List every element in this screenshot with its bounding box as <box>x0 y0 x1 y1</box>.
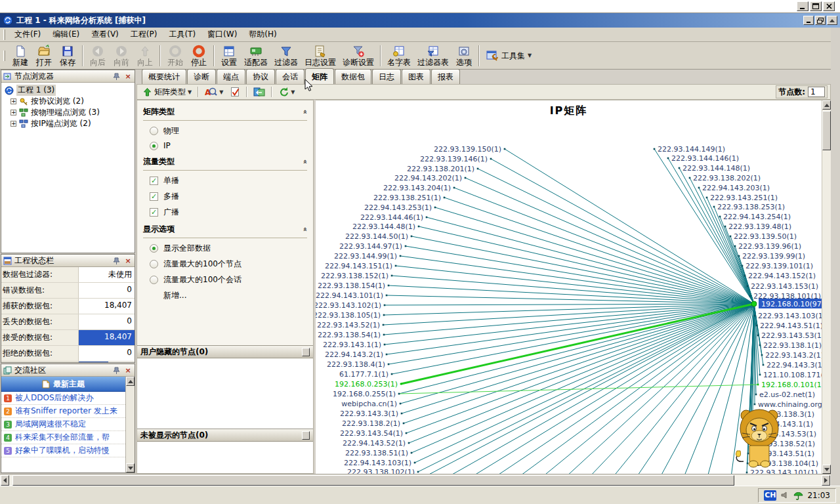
tab-协议[interactable]: 协议 <box>246 69 275 84</box>
toolbar-button-settings-table[interactable]: 设置 <box>217 43 241 68</box>
tab-概要统计[interactable]: 概要统计 <box>142 69 186 84</box>
matrix-node-label[interactable]: 222.94.143.101(1) <box>316 291 383 300</box>
matrix-node-label[interactable]: 192.168.0.255(1) <box>333 390 396 398</box>
matrix-node-label[interactable]: 222.93.144.146(1) <box>671 154 739 163</box>
radio-option[interactable]: 物理 <box>150 125 306 136</box>
toolbar-button-new-doc[interactable]: 新建 <box>9 43 32 68</box>
menu-item[interactable]: 编辑(E) <box>47 27 85 42</box>
matrix-node-label[interactable]: 222.94.143.152(1) <box>748 272 816 280</box>
menubar-grip[interactable] <box>3 30 5 40</box>
matrix-node-label[interactable]: 222.93.139.150(1) <box>434 145 501 154</box>
matrix-node-label[interactable]: 222.93.143.153(1) <box>751 282 818 291</box>
topic-link[interactable]: 3局域网网速很不稳定 <box>1 418 125 431</box>
menu-item[interactable]: 文件(F) <box>9 27 47 42</box>
tab-日志[interactable]: 日志 <box>372 69 401 84</box>
add-display-option-link[interactable]: 新增... <box>163 290 307 301</box>
matrix-node-label[interactable]: 222.93.144.99(1) <box>334 252 397 261</box>
matrix-node-label[interactable]: 222.93.138.105(1) <box>316 311 381 320</box>
tab-数据包[interactable]: 数据包 <box>335 69 371 84</box>
matrix-node-label[interactable]: 222.94.143.254(1) <box>723 213 791 221</box>
matrix-node-label[interactable]: 222.93.139.101(1) <box>746 262 813 270</box>
toolbar-button-name-table[interactable]: 名字表 <box>384 43 414 68</box>
scroll-down-icon[interactable] <box>822 465 831 474</box>
checkbox-icon[interactable]: ✓ <box>150 208 158 217</box>
matrix-node-label[interactable]: 222.93.138.54(1) <box>318 331 381 339</box>
matrix-node-label[interactable]: 222.93.144.46(1) <box>360 213 423 222</box>
matrix-node-label[interactable]: webipcha.cn(1) <box>341 400 397 408</box>
matrix-node-label[interactable]: 222.93.144.50(1) <box>345 232 408 241</box>
tab-会话[interactable]: 会话 <box>276 69 304 84</box>
mdi-minimize-button[interactable] <box>803 16 814 25</box>
expand-icon[interactable]: + <box>10 110 16 116</box>
matrix-node-label[interactable]: 222.94.143.253(1) <box>364 203 432 212</box>
matrix-node-label[interactable]: 222.94.143.51(1) <box>760 322 822 330</box>
matrix-node-label[interactable]: 222.94.143.103(1) <box>344 459 411 467</box>
matrix-node-label[interactable]: 222.93.138.201(1) <box>407 165 474 173</box>
matrix-node-label[interactable]: 222.93.143.2(1) <box>765 351 822 360</box>
scroll-left-icon[interactable] <box>1 475 9 486</box>
topic-link[interactable]: 5好象中了喋喋机，启动特慢 <box>1 444 125 457</box>
matrix-node-label[interactable]: 222.93.138.253(1) <box>717 203 785 211</box>
titlebar-scroll-up-button[interactable] <box>827 16 837 25</box>
menu-item[interactable]: 工具(T) <box>163 27 201 42</box>
scroll-down-icon[interactable] <box>126 463 135 472</box>
matrix-node-label[interactable]: 222.93.143.102(1) <box>316 301 381 310</box>
matrix-node-label[interactable]: 222.93.138.102(1) <box>347 468 415 474</box>
radio-icon[interactable] <box>150 244 158 253</box>
matrix-node-label[interactable]: 121.10.108.171(1) <box>763 371 822 379</box>
pin-icon[interactable] <box>112 72 121 81</box>
hidden-nodes-bar[interactable]: 用户隐藏的节点(0) <box>137 345 313 358</box>
matrix-node-label[interactable]: 222.93.138.202(1) <box>693 174 761 182</box>
toolbar-button-adapter-card[interactable]: 适配器 <box>241 43 271 68</box>
matrix-node-label[interactable]: 222.93.139.96(1) <box>738 242 801 251</box>
checkbox-icon[interactable]: ✓ <box>150 177 158 185</box>
topic-link[interactable]: 2谁有Sniffer reporter 发上来 <box>1 405 125 418</box>
menu-item[interactable]: 窗口(W) <box>201 27 243 42</box>
matrix-node-label[interactable]: 222.94.143.3(1) <box>766 361 822 369</box>
collapse-icon[interactable]: » <box>301 110 309 114</box>
tab-报表[interactable]: 报表 <box>431 69 460 84</box>
matrix-node-label[interactable]: 222.93.138.2(1) <box>342 419 400 428</box>
input-language-indicator[interactable]: CH <box>764 490 776 501</box>
collapse-icon[interactable]: » <box>301 159 309 164</box>
minimize-button[interactable] <box>797 1 808 11</box>
checkbox-option[interactable]: ✓单播 <box>150 175 306 186</box>
pin-icon[interactable] <box>112 366 121 375</box>
matrix-node-label[interactable]: 222.93.138.51(1) <box>345 449 408 457</box>
menu-item[interactable]: 工程(P) <box>125 27 163 42</box>
community-scrollbar[interactable] <box>125 377 135 472</box>
matrix-node-label[interactable]: 222.93.138.1(1) <box>763 341 822 350</box>
antivirus-umbrella-icon[interactable] <box>793 491 803 500</box>
toolbar-button-open-folder[interactable]: 打开 <box>32 43 56 68</box>
scrollbar-thumb[interactable] <box>822 111 831 150</box>
toolbar-button-save-disk[interactable]: 保存 <box>56 43 79 68</box>
radio-option[interactable]: 流量最大的100个会话 <box>150 274 306 285</box>
tab-诊断[interactable]: 诊断 <box>187 69 216 84</box>
toolbar-button-stop-circle[interactable]: 停止 <box>187 43 211 68</box>
matrix-node-label[interactable]: 222.94.143.202(1) <box>394 174 462 182</box>
matrix-node-label[interactable]: 192.168.0.101(1) <box>761 381 822 389</box>
toolbar-button-log-settings[interactable]: 日志设置 <box>301 43 339 68</box>
collapse-icon[interactable]: » <box>301 227 309 232</box>
tab-端点[interactable]: 端点 <box>217 69 245 84</box>
topic-link[interactable]: 4科来采集不到全部流量，帮 <box>1 431 125 444</box>
matrix-node-label[interactable]: 222.93.139.50(1) <box>734 232 797 241</box>
menu-item[interactable]: 帮助(H) <box>243 27 282 42</box>
pin-icon[interactable] <box>112 257 121 265</box>
tree-item[interactable]: +按IP端点浏览 (2) <box>3 118 133 129</box>
undisplayed-nodes-bar[interactable]: 未被显示的节点(0) <box>137 429 313 442</box>
matrix-node-label[interactable]: 222.93.143.3(1) <box>340 410 398 418</box>
matrix-node-label[interactable]: 222.93.144.148(1) <box>682 164 750 173</box>
matrix-node-label[interactable]: 61.177.7.1(1) <box>339 370 388 379</box>
export-button[interactable] <box>251 85 268 98</box>
maximize-button[interactable] <box>810 1 822 11</box>
matrix-node-label[interactable]: 222.93.143.101(1) <box>750 469 818 474</box>
checkbox-option[interactable]: ✓广播 <box>150 207 306 218</box>
checkbox-icon[interactable]: ✓ <box>150 192 158 201</box>
radio-icon[interactable] <box>150 127 158 135</box>
scrollbar-thumb[interactable] <box>12 475 734 486</box>
matrix-node-label[interactable]: 222.93.138.251(1) <box>373 194 441 202</box>
matrix-node-label[interactable]: 222.93.139.48(1) <box>728 222 791 231</box>
expand-icon[interactable]: + <box>10 121 16 127</box>
matrix-node-label[interactable]: 222.93.138.154(1) <box>318 282 385 290</box>
